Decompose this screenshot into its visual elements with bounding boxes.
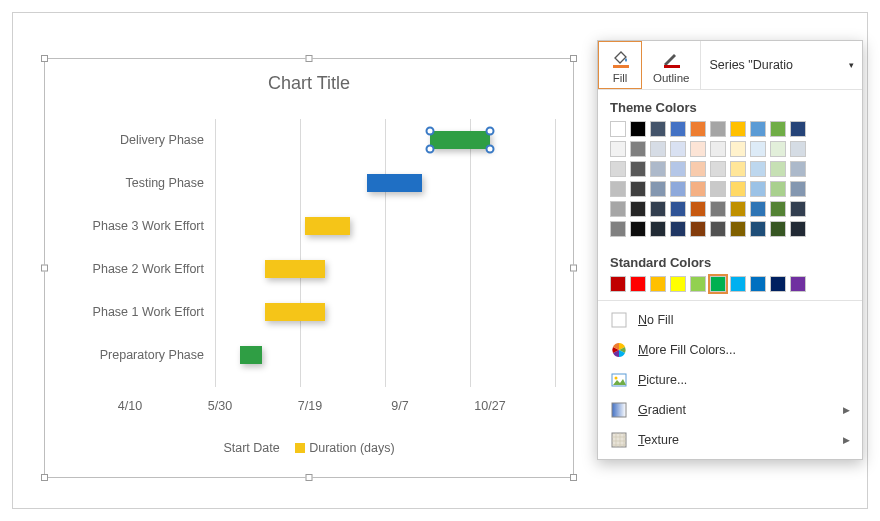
color-swatch[interactable] <box>790 141 806 157</box>
color-swatch[interactable] <box>790 201 806 217</box>
gradient-item[interactable]: Gradient ▶ <box>598 395 862 425</box>
color-swatch[interactable] <box>630 121 646 137</box>
color-swatch[interactable] <box>690 201 706 217</box>
resize-handle[interactable] <box>570 265 577 272</box>
color-swatch[interactable] <box>630 201 646 217</box>
color-swatch[interactable] <box>690 221 706 237</box>
color-swatch[interactable] <box>710 221 726 237</box>
color-swatch[interactable] <box>750 221 766 237</box>
color-swatch[interactable] <box>610 141 626 157</box>
color-swatch[interactable] <box>630 221 646 237</box>
color-swatch[interactable] <box>770 181 786 197</box>
resize-handle[interactable] <box>41 55 48 62</box>
color-swatch[interactable] <box>630 161 646 177</box>
color-swatch[interactable] <box>790 276 806 292</box>
color-swatch[interactable] <box>690 181 706 197</box>
color-swatch[interactable] <box>750 161 766 177</box>
color-swatch[interactable] <box>630 141 646 157</box>
color-swatch[interactable] <box>730 161 746 177</box>
color-swatch[interactable] <box>610 161 626 177</box>
gantt-bar[interactable] <box>367 174 422 192</box>
color-swatch[interactable] <box>690 121 706 137</box>
color-swatch[interactable] <box>670 121 686 137</box>
color-swatch[interactable] <box>610 121 626 137</box>
color-swatch[interactable] <box>710 276 726 292</box>
color-swatch[interactable] <box>610 181 626 197</box>
chart-object[interactable]: Chart Title Delivery Phase Testing Phase… <box>44 58 574 478</box>
color-swatch[interactable] <box>730 221 746 237</box>
gantt-bar[interactable] <box>430 131 490 149</box>
color-swatch[interactable] <box>650 121 666 137</box>
color-swatch[interactable] <box>670 276 686 292</box>
more-colors-item[interactable]: More Fill Colors... <box>598 335 862 365</box>
resize-handle[interactable] <box>41 265 48 272</box>
color-swatch[interactable] <box>790 181 806 197</box>
color-swatch[interactable] <box>790 161 806 177</box>
color-swatch[interactable] <box>770 121 786 137</box>
color-swatch[interactable] <box>710 181 726 197</box>
color-swatch[interactable] <box>750 201 766 217</box>
chart-title[interactable]: Chart Title <box>45 59 573 100</box>
color-swatch[interactable] <box>730 181 746 197</box>
color-swatch[interactable] <box>730 201 746 217</box>
resize-handle[interactable] <box>306 55 313 62</box>
no-fill-item[interactable]: No Fill <box>598 305 862 335</box>
gantt-bar[interactable] <box>265 303 325 321</box>
series-selector[interactable]: Series "Duratio ▾ <box>700 41 862 89</box>
color-swatch[interactable] <box>770 276 786 292</box>
gantt-bar[interactable] <box>265 260 325 278</box>
color-swatch[interactable] <box>670 181 686 197</box>
series-selection-handle[interactable] <box>486 127 495 136</box>
color-swatch[interactable] <box>630 276 646 292</box>
color-swatch[interactable] <box>710 121 726 137</box>
series-selection-handle[interactable] <box>426 145 435 154</box>
color-swatch[interactable] <box>690 141 706 157</box>
resize-handle[interactable] <box>570 474 577 481</box>
color-swatch[interactable] <box>650 201 666 217</box>
resize-handle[interactable] <box>570 55 577 62</box>
color-swatch[interactable] <box>790 121 806 137</box>
color-swatch[interactable] <box>630 181 646 197</box>
color-swatch[interactable] <box>730 276 746 292</box>
gantt-bar[interactable] <box>240 346 262 364</box>
series-selection-handle[interactable] <box>486 145 495 154</box>
color-swatch[interactable] <box>690 276 706 292</box>
resize-handle[interactable] <box>306 474 313 481</box>
color-swatch[interactable] <box>750 276 766 292</box>
color-swatch[interactable] <box>670 201 686 217</box>
color-swatch[interactable] <box>790 221 806 237</box>
color-swatch[interactable] <box>650 141 666 157</box>
color-swatch[interactable] <box>610 276 626 292</box>
plot-area[interactable]: Delivery Phase Testing Phase Phase 3 Wor… <box>55 119 563 387</box>
outline-button[interactable]: Outline <box>642 41 700 89</box>
color-swatch[interactable] <box>770 141 786 157</box>
color-swatch[interactable] <box>690 161 706 177</box>
color-swatch[interactable] <box>710 201 726 217</box>
color-swatch[interactable] <box>670 161 686 177</box>
series-selection-handle[interactable] <box>426 127 435 136</box>
color-swatch[interactable] <box>650 181 666 197</box>
color-swatch[interactable] <box>650 276 666 292</box>
texture-item[interactable]: Texture ▶ <box>598 425 862 455</box>
color-swatch[interactable] <box>750 181 766 197</box>
color-swatch[interactable] <box>710 161 726 177</box>
color-swatch[interactable] <box>750 141 766 157</box>
fill-button[interactable]: Fill <box>598 41 642 89</box>
color-swatch[interactable] <box>710 141 726 157</box>
picture-item[interactable]: Picture... <box>598 365 862 395</box>
color-swatch[interactable] <box>770 221 786 237</box>
resize-handle[interactable] <box>41 474 48 481</box>
chart-legend[interactable]: Start Date Duration (days) <box>45 441 573 455</box>
color-swatch[interactable] <box>730 121 746 137</box>
color-swatch[interactable] <box>770 201 786 217</box>
gantt-bar[interactable] <box>305 217 350 235</box>
color-swatch[interactable] <box>670 221 686 237</box>
color-swatch[interactable] <box>610 201 626 217</box>
color-swatch[interactable] <box>650 221 666 237</box>
color-swatch[interactable] <box>650 161 666 177</box>
color-swatch[interactable] <box>750 121 766 137</box>
color-swatch[interactable] <box>670 141 686 157</box>
color-swatch[interactable] <box>770 161 786 177</box>
color-swatch[interactable] <box>730 141 746 157</box>
color-swatch[interactable] <box>610 221 626 237</box>
